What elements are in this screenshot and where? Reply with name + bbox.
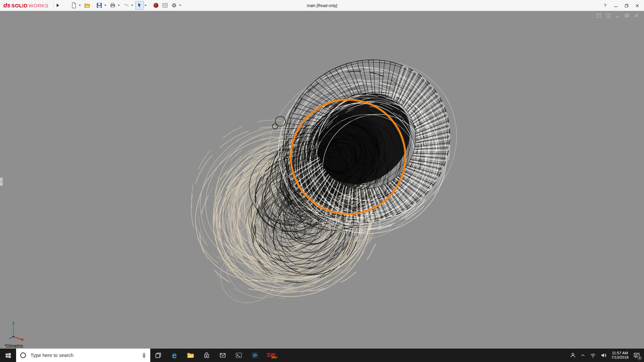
store-button[interactable]	[199, 349, 215, 362]
restore-button[interactable]	[621, 1, 632, 10]
new-document-button[interactable]	[69, 1, 78, 10]
file-explorer-button[interactable]	[182, 349, 199, 362]
task-view-icon	[155, 352, 162, 359]
taskbar-search[interactable]	[16, 349, 150, 362]
options-button[interactable]	[170, 1, 178, 10]
edge-icon: e	[172, 351, 177, 360]
windows-logo-icon	[5, 352, 11, 359]
print-dropdown[interactable]	[118, 5, 120, 6]
engine-wireframe-model[interactable]	[0, 11, 644, 349]
solidworks-year-label: 2017	[271, 355, 277, 360]
expand-arrow-icon	[57, 4, 59, 7]
start-button[interactable]	[0, 349, 16, 362]
clock-time: 11:57 AM	[611, 351, 629, 355]
appearance-button[interactable]	[152, 1, 160, 10]
brand-works-text: WORKS	[29, 3, 48, 8]
windows-taskbar: e SW	[0, 349, 644, 362]
folder-icon	[187, 352, 194, 359]
solidworks-logo: dsSOLIDWORKS	[3, 2, 49, 9]
document-window-controls	[596, 13, 639, 18]
undo-dropdown[interactable]	[131, 5, 133, 6]
terminal-icon	[235, 352, 243, 359]
dassault-logo-icon: ds	[3, 2, 10, 9]
save-dropdown[interactable]	[104, 5, 106, 6]
doc-close-icon[interactable]	[634, 13, 639, 18]
help-button[interactable]: ?	[600, 1, 610, 10]
design-table-button[interactable]	[161, 1, 169, 10]
network-wifi-icon[interactable]	[590, 352, 596, 358]
system-tray: 11:57 AM 7/13/2018 3	[570, 349, 644, 362]
select-tool-button[interactable]	[135, 1, 144, 10]
microphone-icon[interactable]	[141, 353, 147, 358]
doc-minimize-icon[interactable]	[615, 13, 621, 18]
brand-solid-text: SOLID	[11, 3, 28, 8]
menu-expand-button[interactable]	[53, 2, 59, 9]
task-view-button[interactable]	[150, 349, 166, 362]
minimize-button[interactable]	[610, 1, 621, 10]
close-button[interactable]	[632, 1, 643, 10]
print-button[interactable]	[108, 1, 117, 10]
open-button[interactable]	[83, 1, 92, 10]
save-floppy-icon	[96, 2, 102, 8]
clock-date: 7/13/2018	[611, 355, 629, 360]
mail-button[interactable]	[215, 349, 231, 362]
close-icon	[635, 4, 639, 8]
edge-browser-button[interactable]: e	[166, 349, 182, 362]
window-controls: ?	[600, 0, 643, 11]
collapsed-panel-tab[interactable]	[0, 177, 3, 186]
select-dropdown[interactable]	[145, 5, 147, 6]
new-document-dropdown[interactable]	[79, 5, 81, 6]
command-prompt-button[interactable]	[231, 349, 247, 362]
3d-viewer-icon	[251, 352, 259, 359]
cortana-icon	[19, 352, 27, 359]
view-orientation-label: *Dimetric	[4, 343, 23, 349]
doc-restore-icon[interactable]	[624, 13, 630, 18]
tray-chevron-icon[interactable]	[581, 353, 585, 358]
people-icon[interactable]	[570, 352, 576, 358]
notification-badge: 3	[637, 356, 642, 360]
app-title-bar: dsSOLIDWORKS	[0, 0, 644, 11]
doc-split-icon[interactable]	[605, 13, 611, 18]
panel-tab-grip-icon	[1, 181, 2, 182]
undo-arrow-icon	[123, 2, 129, 8]
minimize-icon	[614, 4, 618, 8]
appearance-sphere-icon	[153, 2, 159, 8]
taskbar-clock[interactable]: 11:57 AM 7/13/2018	[611, 351, 629, 360]
store-bag-icon	[203, 352, 210, 359]
orientation-triad	[3, 318, 29, 341]
mail-envelope-icon	[219, 352, 226, 359]
doc-panel-icon[interactable]	[596, 13, 602, 18]
action-center-button[interactable]: 3	[633, 352, 640, 359]
graphics-viewport[interactable]: *Dimetric	[0, 11, 644, 349]
restore-icon	[625, 4, 629, 8]
gear-icon	[171, 2, 177, 8]
undo-button[interactable]	[122, 1, 130, 10]
save-button[interactable]	[95, 1, 104, 10]
new-document-icon	[71, 2, 77, 8]
solidworks-app-icon: SW 2017	[267, 353, 275, 358]
quick-access-toolbar	[69, 1, 183, 10]
solidworks-taskbar-button[interactable]: SW 2017	[263, 349, 279, 362]
printer-icon	[110, 2, 116, 8]
open-folder-icon	[84, 2, 90, 8]
volume-icon[interactable]	[601, 352, 607, 358]
select-cursor-icon	[137, 2, 143, 8]
search-input[interactable]	[30, 352, 138, 358]
3d-viewer-button[interactable]	[247, 349, 263, 362]
design-table-icon	[162, 2, 168, 8]
options-dropdown[interactable]	[179, 5, 181, 6]
